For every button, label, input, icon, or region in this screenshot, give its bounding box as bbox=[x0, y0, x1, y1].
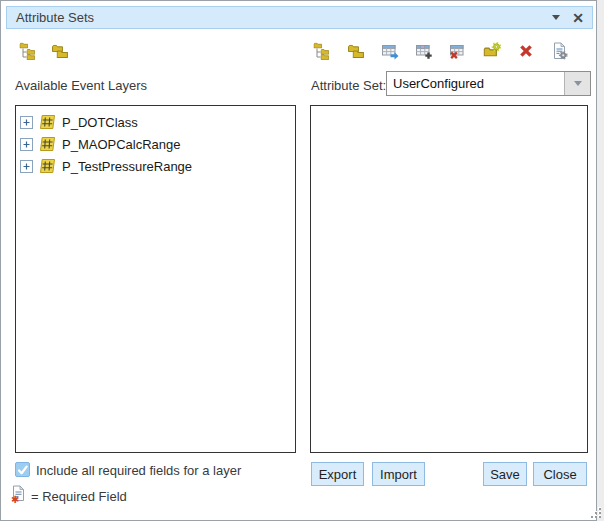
combobox-dropdown-button[interactable] bbox=[564, 72, 590, 95]
available-event-layers-label: Available Event Layers bbox=[15, 78, 147, 93]
folder-settings-icon[interactable] bbox=[483, 42, 501, 60]
attribute-set-label: Attribute Set: bbox=[311, 78, 386, 93]
expand-icon[interactable] bbox=[20, 116, 33, 129]
layer-name: P_TestPressureRange bbox=[62, 159, 192, 174]
resize-grip[interactable] bbox=[588, 505, 602, 519]
dialog-title: Attribute Sets bbox=[7, 10, 94, 25]
export-table-icon[interactable] bbox=[381, 42, 399, 60]
include-required-label: Include all required fields for a layer bbox=[36, 463, 241, 478]
layer-name: P_MAOPCalcRange bbox=[62, 137, 181, 152]
save-button[interactable]: Save bbox=[483, 462, 527, 486]
attribute-sets-dialog: Attribute Sets ✕ bbox=[0, 0, 597, 521]
chevron-down-icon bbox=[574, 81, 582, 86]
svg-text:✱: ✱ bbox=[11, 494, 19, 504]
add-table-icon[interactable] bbox=[415, 42, 433, 60]
close-icon[interactable]: ✕ bbox=[572, 11, 584, 25]
event-layer-icon bbox=[39, 136, 56, 152]
import-button[interactable]: Import bbox=[372, 462, 425, 486]
caret-down-icon[interactable] bbox=[552, 15, 560, 20]
toolbar-right bbox=[313, 42, 569, 60]
expand-icon[interactable] bbox=[20, 160, 33, 173]
event-layer-tree-icon[interactable] bbox=[313, 42, 331, 60]
available-event-layers-list: P_DOTClass P_MAOPCalcRange P_TestPressur bbox=[15, 105, 296, 453]
open-folders-icon[interactable] bbox=[347, 42, 365, 60]
remove-table-icon[interactable] bbox=[449, 42, 467, 60]
attribute-set-fields-list[interactable] bbox=[310, 105, 588, 453]
close-button[interactable]: Close bbox=[533, 462, 587, 486]
layer-name: P_DOTClass bbox=[62, 115, 138, 130]
document-settings-icon[interactable] bbox=[551, 42, 569, 60]
attribute-set-value[interactable]: UserConfigured bbox=[387, 72, 564, 95]
layer-row-p-testpressurerange[interactable]: P_TestPressureRange bbox=[16, 155, 295, 177]
event-layer-icon bbox=[39, 158, 56, 174]
attribute-set-combobox[interactable]: UserConfigured bbox=[386, 71, 591, 96]
export-button[interactable]: Export bbox=[311, 462, 364, 486]
delete-icon[interactable] bbox=[517, 42, 535, 60]
required-field-icon: ✱ bbox=[11, 485, 26, 504]
expand-icon[interactable] bbox=[20, 138, 33, 151]
folders-icon[interactable] bbox=[51, 42, 69, 60]
event-layer-icon bbox=[39, 114, 56, 130]
titlebar: Attribute Sets ✕ bbox=[6, 6, 593, 29]
required-field-label: = Required Field bbox=[31, 489, 127, 504]
layer-row-p-dotclass[interactable]: P_DOTClass bbox=[16, 111, 295, 133]
include-required-checkbox[interactable] bbox=[15, 462, 30, 477]
layer-row-p-maopcalcrange[interactable]: P_MAOPCalcRange bbox=[16, 133, 295, 155]
event-layer-tree-icon[interactable] bbox=[19, 42, 37, 60]
check-icon bbox=[16, 463, 29, 476]
toolbar-left bbox=[19, 42, 69, 60]
